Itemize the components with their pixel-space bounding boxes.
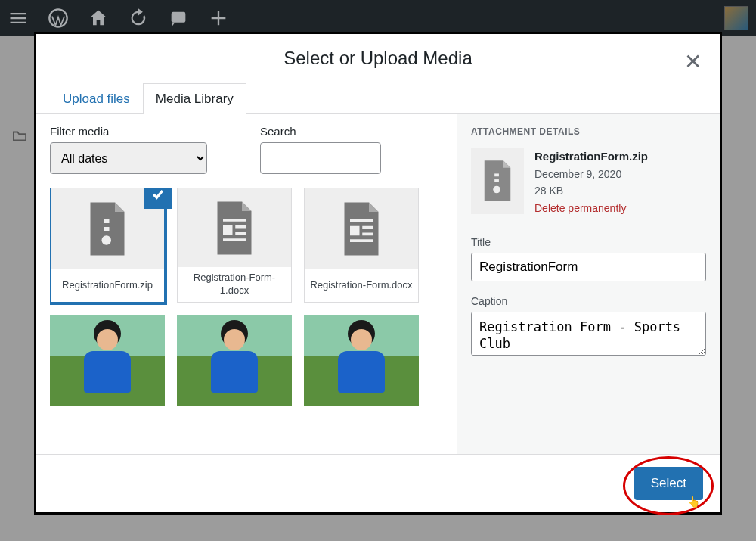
image-thumb [50, 315, 165, 406]
svg-rect-16 [494, 179, 499, 182]
zip-icon [85, 201, 130, 257]
tabs: Upload files Media Library [36, 69, 720, 114]
media-modal: Select or Upload Media ✕ Upload files Me… [34, 32, 722, 515]
wordpress-icon[interactable] [48, 8, 69, 29]
caption-input[interactable] [471, 312, 706, 356]
svg-rect-9 [223, 238, 246, 241]
svg-rect-10 [350, 219, 373, 222]
svg-rect-11 [350, 225, 360, 235]
svg-rect-1 [172, 12, 186, 23]
sidebar-heading: ATTACHMENT DETAILS [471, 126, 706, 137]
media-label: Registration-Form.docx [305, 269, 418, 302]
media-label: RegistrationForm.zip [51, 269, 164, 302]
page-background [11, 129, 28, 145]
select-button[interactable]: Select [634, 467, 703, 500]
filter-label: Filter media [50, 125, 207, 138]
media-grid: RegistrationForm.zip Registration-Form-1… [50, 188, 443, 443]
attachment-name: RegistrationForm.zip [534, 148, 648, 166]
svg-rect-15 [494, 173, 499, 176]
modal-footer: Select 👆 [36, 454, 720, 512]
svg-point-17 [493, 186, 500, 194]
avatar[interactable] [724, 6, 748, 30]
title-label: Title [471, 236, 706, 248]
media-item[interactable] [50, 315, 165, 406]
svg-rect-13 [362, 232, 373, 235]
svg-rect-14 [350, 239, 373, 242]
close-button[interactable]: ✕ [679, 48, 706, 75]
image-thumb [304, 315, 419, 406]
modal-title: Select or Upload Media [54, 48, 702, 69]
admin-bar [0, 0, 756, 36]
check-icon [147, 188, 169, 206]
caption-label: Caption [471, 295, 706, 307]
media-item[interactable] [304, 315, 419, 406]
svg-rect-8 [235, 232, 246, 235]
search-label: Search [260, 125, 381, 138]
home-icon[interactable] [88, 8, 109, 29]
svg-rect-3 [104, 227, 110, 231]
refresh-icon[interactable] [128, 8, 149, 29]
menu-icon[interactable] [8, 8, 29, 29]
media-item[interactable] [177, 315, 292, 406]
media-item[interactable]: Registration-Form.docx [304, 188, 419, 303]
media-item[interactable]: Registration-Form-1.docx [177, 188, 292, 303]
attachment-date: December 9, 2020 [534, 166, 648, 182]
tab-upload[interactable]: Upload files [50, 83, 143, 114]
svg-rect-6 [223, 225, 233, 235]
title-input[interactable] [471, 253, 706, 281]
svg-rect-5 [223, 219, 246, 222]
svg-rect-2 [104, 219, 110, 223]
comment-icon[interactable] [168, 8, 189, 29]
doc-icon [339, 201, 384, 257]
attachment-thumb [471, 148, 524, 214]
tab-media-library[interactable]: Media Library [143, 83, 246, 114]
search-input[interactable] [260, 142, 381, 174]
svg-rect-7 [235, 225, 246, 228]
media-label: Registration-Form-1.docx [178, 267, 291, 302]
delete-link[interactable]: Delete permanently [534, 200, 648, 216]
svg-point-4 [102, 235, 112, 245]
plus-icon[interactable] [208, 8, 229, 29]
filter-select[interactable]: All dates [50, 142, 207, 174]
attachment-size: 28 KB [534, 182, 648, 199]
media-item[interactable]: RegistrationForm.zip [50, 188, 165, 303]
attachment-sidebar: ATTACHMENT DETAILS RegistrationForm.zip … [457, 114, 720, 454]
image-thumb [177, 315, 292, 406]
svg-rect-12 [362, 225, 373, 229]
doc-icon [212, 200, 257, 257]
